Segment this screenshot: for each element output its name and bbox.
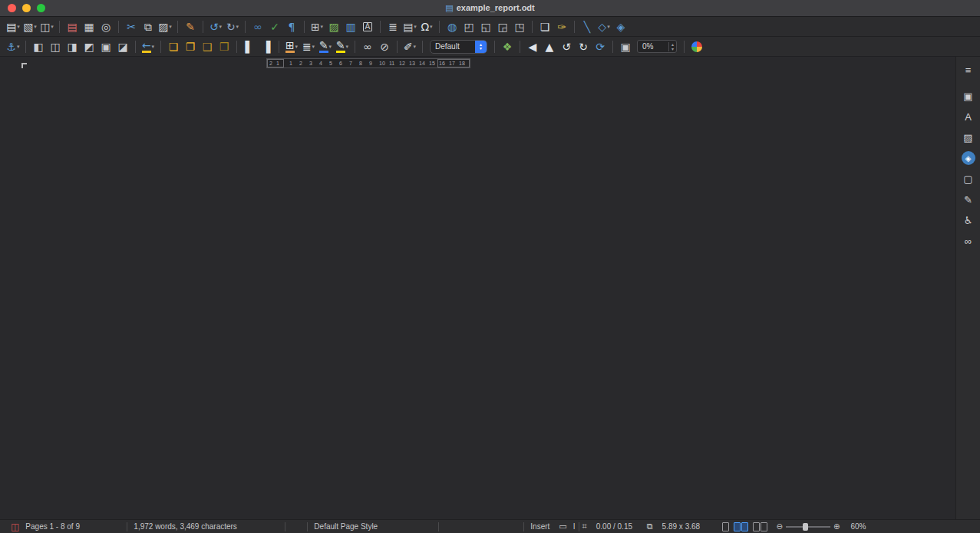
sidebar-tab-gallery-button[interactable]: ▨: [959, 129, 978, 146]
save-button[interactable]: ◫▾: [39, 18, 54, 35]
border-style-dropdown-arrow[interactable]: ▾: [312, 44, 315, 50]
single-page-view-button[interactable]: [722, 522, 729, 531]
multi-page-view-button[interactable]: [734, 522, 748, 531]
open-file-button[interactable]: ▧▾: [22, 18, 38, 35]
cut-button[interactable]: ✂: [124, 18, 139, 35]
color-mode-button[interactable]: [689, 38, 704, 55]
sidebar-tab-navigator-button[interactable]: ◈: [962, 151, 975, 165]
basic-shapes-dropdown-arrow[interactable]: ▾: [607, 24, 610, 30]
export-pdf-button[interactable]: ▤: [64, 18, 80, 35]
center-horizontal-button[interactable]: ◫: [48, 38, 63, 55]
redo-button[interactable]: ↻▾: [225, 18, 240, 35]
free-rotate-button[interactable]: ⟳: [592, 38, 608, 55]
clone-formatting-button[interactable]: ✎: [183, 18, 198, 35]
insert-footer-button[interactable]: ◱: [478, 18, 493, 35]
document-modified-icon[interactable]: ◫: [11, 521, 19, 532]
wrap-options-button[interactable]: ←▾: [140, 38, 156, 55]
insert-line-button[interactable]: ╲: [579, 18, 595, 35]
copy-button[interactable]: ⧉: [140, 18, 156, 35]
frame-style-combobox[interactable]: Default▲▼: [430, 40, 487, 54]
image-properties-button[interactable]: ❖: [500, 38, 515, 55]
align-top-button[interactable]: ◩: [81, 38, 97, 55]
status-object-position[interactable]: 0.00 / 0.15: [590, 522, 644, 531]
flip-horizontal-button[interactable]: ◀: [525, 38, 540, 55]
rotate-right-button[interactable]: ↻: [576, 38, 591, 55]
unlink-frames-button[interactable]: ⊘: [377, 38, 392, 55]
border-color-dropdown-arrow[interactable]: ▾: [329, 44, 332, 50]
send-to-back-button[interactable]: ❒: [216, 38, 232, 55]
wrap-left-button[interactable]: ▌: [242, 38, 257, 55]
wrap-right-button[interactable]: ▐: [259, 38, 274, 55]
image-filter-button[interactable]: ✐▾: [402, 38, 417, 55]
border-style-button[interactable]: ≣▾: [301, 38, 316, 55]
insert-page-count-button[interactable]: ◳: [512, 18, 527, 35]
status-insert-mode[interactable]: Insert: [524, 522, 556, 531]
insert-field-button[interactable]: ▤▾: [402, 18, 417, 35]
sidebar-tab-find-button[interactable]: ∞: [959, 232, 978, 249]
insert-hyperlink-button[interactable]: ◍: [444, 18, 460, 35]
fill-color-dropdown-arrow[interactable]: ▾: [346, 44, 349, 50]
basic-shapes-button[interactable]: ◇▾: [596, 18, 612, 35]
print-preview-button[interactable]: ◎: [98, 18, 114, 35]
transparency-spinbox[interactable]: 0%▴▾: [637, 40, 677, 53]
insert-special-character-dropdown-arrow[interactable]: ▾: [430, 24, 433, 30]
sidebar-tab-styles-button[interactable]: A: [959, 108, 978, 125]
zoom-slider-thumb[interactable]: [803, 523, 808, 531]
insert-chart-button[interactable]: ▥: [343, 18, 358, 35]
send-backward-button[interactable]: ❑: [200, 38, 215, 55]
new-document-dropdown-arrow[interactable]: ▾: [17, 24, 20, 30]
book-view-button[interactable]: [753, 522, 767, 531]
insert-table-button[interactable]: ⊞▾: [309, 18, 325, 35]
status-page-number[interactable]: Pages 1 - 8 of 9: [19, 522, 127, 531]
insert-page-break-button[interactable]: ≣: [385, 18, 401, 35]
print-button[interactable]: ▦: [81, 18, 97, 35]
bring-forward-button[interactable]: ❐: [183, 38, 198, 55]
sidebar-tab-properties-button[interactable]: ▣: [959, 87, 978, 104]
paste-dropdown-arrow[interactable]: ▾: [169, 24, 172, 30]
link-frames-button[interactable]: ∞: [360, 38, 375, 55]
anchor-button[interactable]: ⚓▾: [5, 38, 21, 55]
insert-table-dropdown-arrow[interactable]: ▾: [321, 24, 324, 30]
undo-button[interactable]: ↺▾: [208, 18, 223, 35]
save-dropdown-arrow[interactable]: ▾: [51, 24, 54, 30]
zoom-slider[interactable]: [786, 526, 830, 528]
track-changes-button[interactable]: ✑: [554, 18, 569, 35]
border-color-button[interactable]: ✎▾: [318, 38, 333, 55]
find-replace-button[interactable]: ∞: [250, 18, 266, 35]
bring-to-front-button[interactable]: ❏: [166, 38, 181, 55]
transparency-stepper-icon[interactable]: ▴▾: [668, 42, 676, 51]
zoom-out-icon[interactable]: ⊖: [777, 522, 783, 531]
status-page-style[interactable]: Default Page Style: [308, 522, 438, 531]
insert-page-number-button[interactable]: ◲: [495, 18, 510, 35]
insert-special-character-button[interactable]: Ω▾: [419, 18, 434, 35]
wrap-options-dropdown-arrow[interactable]: ▾: [152, 44, 155, 50]
status-object-size[interactable]: 5.89 x 3.68: [656, 522, 718, 531]
insert-field-dropdown-arrow[interactable]: ▾: [414, 24, 417, 30]
image-filter-dropdown-arrow[interactable]: ▾: [414, 44, 417, 50]
flip-vertical-button[interactable]: ▲: [542, 38, 557, 55]
sidebar-tab-style-inspector-button[interactable]: ✎: [959, 191, 978, 208]
show-draw-functions-button[interactable]: ◈: [613, 18, 629, 35]
horizontal-ruler[interactable]: 21123456789101112131415161718: [266, 58, 470, 68]
insert-comment-button[interactable]: ❏: [537, 18, 553, 35]
frame-style-stepper-icon[interactable]: ▲▼: [475, 40, 487, 54]
align-right-button[interactable]: ◨: [64, 38, 80, 55]
align-bottom-button[interactable]: ◪: [115, 38, 130, 55]
document-canvas[interactable]: [0, 70, 955, 519]
center-vertical-button[interactable]: ▣: [98, 38, 114, 55]
formatting-marks-button[interactable]: ¶: [284, 18, 299, 35]
insert-text-box-button[interactable]: A: [360, 18, 375, 35]
borders-button[interactable]: ⊞▾: [284, 38, 299, 55]
insert-image-button[interactable]: ▨: [326, 18, 342, 35]
spelling-check-button[interactable]: ✓: [267, 18, 282, 35]
status-zoom-percent[interactable]: 60%: [844, 522, 872, 531]
paste-button[interactable]: ▨▾: [157, 18, 173, 35]
anchor-dropdown-arrow[interactable]: ▾: [17, 44, 20, 50]
status-word-count[interactable]: 1,972 words, 3,469 characters: [127, 522, 285, 531]
open-file-dropdown-arrow[interactable]: ▾: [34, 24, 37, 30]
rotate-left-button[interactable]: ↺: [559, 38, 574, 55]
selection-mode-icon[interactable]: ▭: [556, 521, 569, 531]
sidebar-menu-button[interactable]: ≡: [959, 61, 978, 78]
insert-header-button[interactable]: ◰: [461, 18, 477, 35]
zoom-in-icon[interactable]: ⊕: [833, 522, 840, 531]
